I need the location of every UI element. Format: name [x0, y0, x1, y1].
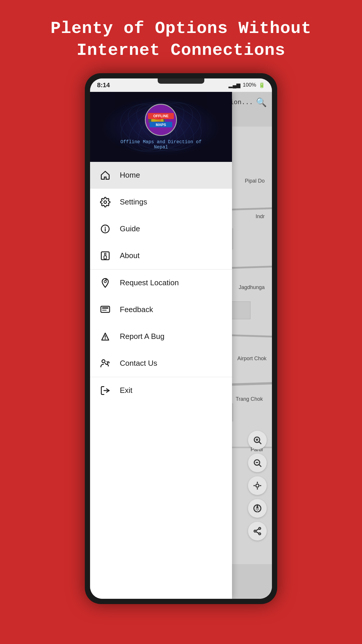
svg-rect-71 — [101, 306, 110, 312]
battery-icon: 🔋 — [259, 82, 265, 88]
svg-point-68 — [104, 281, 106, 283]
share-button[interactable] — [248, 522, 267, 540]
phone-notch — [158, 78, 204, 84]
menu-item-contact-us[interactable]: Contact Us — [90, 350, 232, 377]
map-label-pipal: Pipal Do — [245, 178, 265, 184]
svg-point-40 — [259, 533, 261, 535]
my-location-button[interactable] — [248, 476, 267, 495]
menu-item-request-location[interactable]: Request Location — [90, 270, 232, 296]
compass-button[interactable] — [248, 499, 267, 518]
menu-item-exit[interactable]: Exit — [90, 377, 232, 404]
drawer-header: OFFLINE MAPS Offline Maps and Direct — [90, 92, 232, 162]
home-icon — [99, 169, 112, 182]
menu-label-guide: Guide — [120, 224, 140, 233]
menu-label-report-bug: Report A Bug — [120, 332, 164, 341]
settings-icon — [99, 196, 112, 209]
drawer-subtitle: Offline Maps and Direction of Nepal — [120, 139, 201, 150]
phone-screen: 8:14 ▂▄▆ 100% 🔋 — [90, 78, 272, 599]
svg-point-77 — [102, 360, 105, 363]
nav-drawer: OFFLINE MAPS Offline Maps and Direct — [90, 92, 232, 599]
map-search-icon[interactable]: 🔍 — [256, 97, 267, 108]
menu-label-home: Home — [120, 171, 140, 180]
phone-frame: 8:14 ▂▄▆ 100% 🔋 — [85, 73, 277, 604]
svg-point-38 — [259, 527, 261, 529]
map-label-jagdhunga: Jagdhunga — [239, 284, 265, 290]
menu-label-about: About — [120, 251, 140, 260]
map-label-indr: Indr — [256, 214, 265, 220]
map-label-airport: Airport Chok — [237, 356, 266, 362]
svg-line-28 — [259, 465, 261, 467]
drawer-menu: Home Settings — [90, 162, 232, 599]
svg-marker-37 — [256, 508, 258, 511]
request-location-icon — [99, 276, 112, 289]
signal-icon: ▂▄▆ — [229, 82, 240, 88]
svg-line-42 — [256, 532, 259, 533]
svg-point-61 — [104, 201, 107, 203]
menu-label-settings: Settings — [120, 197, 147, 206]
svg-point-39 — [254, 530, 256, 532]
svg-point-30 — [256, 484, 259, 487]
menu-item-home[interactable]: Home — [90, 162, 232, 189]
menu-item-settings[interactable]: Settings — [90, 189, 232, 216]
zoom-out-button[interactable] — [248, 454, 267, 472]
status-time: 8:14 — [97, 81, 110, 89]
contact-icon — [99, 357, 112, 370]
svg-line-41 — [256, 529, 259, 531]
map-controls — [248, 431, 267, 540]
menu-item-guide[interactable]: Guide — [90, 216, 232, 242]
zoom-in-button[interactable] — [248, 431, 267, 449]
svg-rect-67 — [104, 256, 107, 259]
app-content: H10 H10 Pipal Do Indr Jagdhunga Airport … — [90, 92, 272, 599]
battery-text: 100% — [243, 82, 256, 88]
bug-icon — [99, 330, 112, 343]
status-icons: ▂▄▆ 100% 🔋 — [229, 82, 265, 88]
svg-point-66 — [104, 253, 106, 255]
app-logo: OFFLINE MAPS — [145, 104, 177, 136]
menu-label-feedback: Feedback — [120, 305, 153, 314]
menu-label-exit: Exit — [120, 386, 132, 395]
page-headline: Plenty of Options Without Internet Conne… — [0, 0, 362, 73]
exit-icon — [99, 384, 112, 397]
feedback-icon — [99, 303, 112, 316]
menu-label-contact-us: Contact Us — [120, 359, 157, 368]
menu-item-report-bug[interactable]: Report A Bug — [90, 323, 232, 350]
svg-text:MAPS: MAPS — [156, 123, 166, 127]
menu-item-feedback[interactable]: Feedback — [90, 296, 232, 323]
menu-label-request-location: Request Location — [120, 278, 179, 287]
svg-line-24 — [259, 442, 261, 444]
about-icon — [99, 249, 112, 262]
guide-icon — [99, 223, 112, 235]
map-label-trang: Trang Chok — [236, 396, 263, 402]
menu-item-about[interactable]: About — [90, 242, 232, 269]
